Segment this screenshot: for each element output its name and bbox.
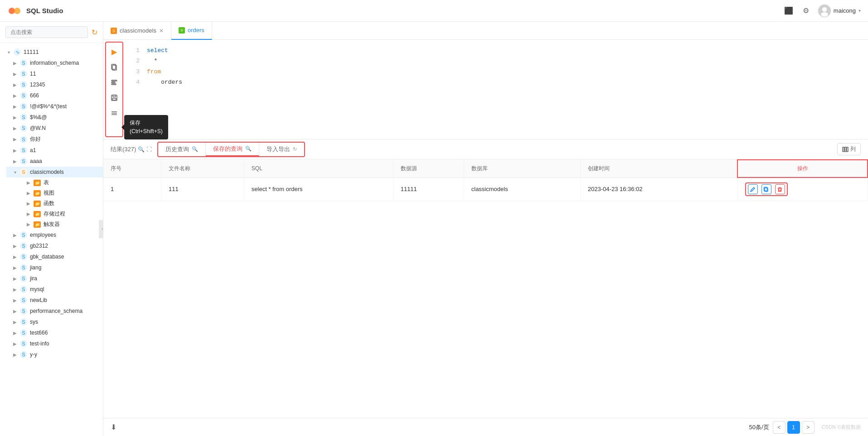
save-button[interactable] xyxy=(108,91,121,104)
db-icon: S xyxy=(20,158,27,165)
sidebar-item-aaaa[interactable]: ▶ S aaaa xyxy=(6,156,103,167)
sidebar-item-tables[interactable]: ▶ 📁 表 xyxy=(13,177,103,188)
db-list: ▶ S information_schema ▶ S 11 ▶ S 12345 … xyxy=(0,57,103,360)
db-icon: S xyxy=(20,351,27,358)
sidebar-item-procedures[interactable]: ▶ 📁 存储过程 xyxy=(13,209,103,219)
editor-toolbar: ▶ 保存 (Ctrl+Shift+S) xyxy=(105,42,123,137)
svg-rect-15 xyxy=(112,115,117,115)
edit-button[interactable] xyxy=(748,184,758,194)
cell-num: 1 xyxy=(103,177,161,201)
settings-icon[interactable]: ⚙ xyxy=(801,6,811,16)
db-label: jira xyxy=(30,275,37,282)
tab-import-export[interactable]: 导入导出 ↻ xyxy=(259,143,304,156)
tab-close-icon[interactable]: ✕ xyxy=(159,28,164,34)
import-export-icon[interactable]: ↻ xyxy=(293,146,297,152)
folder-icon: 📁 xyxy=(34,180,41,186)
sidebar-item-test-special[interactable]: ▶ S !@#$%^&*(test xyxy=(6,101,103,112)
results-table: 序号 文件名称 SQL 数据源 数据库 创建时间 操作 1 111 xyxy=(103,159,868,201)
result-expand-icon[interactable]: ⛶ xyxy=(146,146,152,153)
db-label: y-y xyxy=(30,351,37,358)
sidebar-item-12345[interactable]: ▶ S 12345 xyxy=(6,79,103,90)
db-label: gbk_database xyxy=(30,254,64,260)
tab-history-query[interactable]: 历史查询 🔍 xyxy=(158,143,206,156)
sidebar-item-triggers[interactable]: ▶ 📁 触发器 xyxy=(13,219,103,230)
sidebar-item-y-y[interactable]: ▶ S y-y xyxy=(6,349,103,360)
code-editor[interactable]: 1 select 2 * 3 from 4 orders xyxy=(123,40,868,139)
sidebar-item-jira[interactable]: ▶ S jira xyxy=(6,273,103,284)
search-input[interactable] xyxy=(5,26,88,38)
results-panel: 结果(327) 🔍 ⛶ 历史查询 🔍 保存的查询 🔍 导入导出 xyxy=(103,139,868,418)
sidebar-item-classicmodels[interactable]: ▾ S classicmodels xyxy=(6,167,103,177)
sidebar-item-special2[interactable]: ▶ S $%&@ xyxy=(6,112,103,123)
db-label: performance_schema xyxy=(30,308,82,314)
code-line-4: 4 orders xyxy=(131,77,861,87)
next-page-button[interactable]: > xyxy=(802,421,815,434)
sidebar-item-test-info[interactable]: ▶ S test-info xyxy=(6,338,103,349)
sidebar-item-information_schema[interactable]: ▶ S information_schema xyxy=(6,57,103,68)
copy-button[interactable] xyxy=(108,61,121,73)
sidebar-item-a1[interactable]: ▶ S a1 xyxy=(6,145,103,156)
sidebar-item-wn[interactable]: ▶ S @W.N xyxy=(6,123,103,134)
sidebar-item-11[interactable]: ▶ S 11 xyxy=(6,68,103,79)
db-label: 666 xyxy=(30,92,39,99)
cell-filename: 111 xyxy=(161,177,244,201)
history-search-icon[interactable]: 🔍 xyxy=(192,146,198,152)
db-label: aaaa xyxy=(30,158,42,164)
tab-orders[interactable]: ≡ orders xyxy=(171,22,212,40)
current-page-button[interactable]: 1 xyxy=(787,421,800,434)
sidebar-item-sys[interactable]: ▶ S sys xyxy=(6,316,103,327)
db-icon: S xyxy=(20,147,27,154)
root-icon: ∿ xyxy=(14,48,21,56)
download-icon[interactable]: ⬇ xyxy=(111,423,116,431)
code-token: from xyxy=(147,67,161,77)
db-icon: S xyxy=(20,81,27,88)
sidebar-item-performance_schema[interactable]: ▶ S performance_schema xyxy=(6,306,103,316)
watermark-label: CSDN ©表联数据 xyxy=(822,424,861,431)
sidebar-item-views[interactable]: ▶ 📁 视图 xyxy=(13,188,103,198)
svg-rect-13 xyxy=(112,111,117,112)
sidebar-item-nihao[interactable]: ▶ S 你好 xyxy=(6,134,103,145)
sidebar-item-jiang[interactable]: ▶ S jiang xyxy=(6,262,103,273)
cell-actions xyxy=(737,177,868,201)
prev-page-button[interactable]: < xyxy=(773,421,786,434)
sidebar-item-functions[interactable]: ▶ 📁 函数 xyxy=(13,198,103,209)
sidebar-item-666[interactable]: ▶ S 666 xyxy=(6,90,103,101)
run-button[interactable]: ▶ xyxy=(108,45,121,58)
toggle-icon: ▶ xyxy=(25,201,32,207)
format-button[interactable] xyxy=(108,76,121,89)
result-search-icon[interactable]: 🔍 xyxy=(138,146,145,153)
toggle-icon: ▶ xyxy=(12,136,18,143)
sidebar-item-gb2312[interactable]: ▶ S gb2312 xyxy=(6,240,103,251)
sidebar-item-gbk_database[interactable]: ▶ S gbk_database xyxy=(6,251,103,262)
result-count-label: 结果(327) xyxy=(111,145,136,153)
toggle-icon: ▶ xyxy=(12,125,18,131)
saved-search-icon[interactable]: 🔍 xyxy=(245,146,252,152)
table-header: 序号 文件名称 SQL 数据源 数据库 创建时间 操作 xyxy=(103,160,868,177)
svg-rect-18 xyxy=(847,147,848,152)
toggle-icon: ▾ xyxy=(12,169,18,175)
tab-classicmodels[interactable]: S classicmodels ✕ xyxy=(103,22,171,40)
user-chevron-icon: ▾ xyxy=(858,8,861,13)
col-header-datasource: 数据源 xyxy=(393,160,464,177)
toggle-icon: ▶ xyxy=(12,60,18,66)
screen-icon[interactable]: ⬛ xyxy=(784,6,794,16)
delete-button[interactable] xyxy=(775,184,785,194)
db-icon: S xyxy=(20,329,27,336)
sidebar-tree: ▾ ∿ 11111 ▶ S information_schema ▶ S 11 … xyxy=(0,43,103,436)
sidebar-collapse-button[interactable]: ‹ xyxy=(99,220,103,238)
toggle-icon: ▶ xyxy=(25,180,32,186)
more-button[interactable] xyxy=(108,107,121,120)
svg-point-3 xyxy=(822,7,827,12)
sidebar-item-mysql[interactable]: ▶ S mysql xyxy=(6,284,103,295)
column-select-button[interactable]: 列 xyxy=(837,143,861,155)
copy-record-button[interactable] xyxy=(761,184,771,194)
sidebar-item-employees[interactable]: ▶ S employees xyxy=(6,230,103,240)
avatar xyxy=(818,5,831,17)
tab-saved-query[interactable]: 保存的查询 🔍 xyxy=(206,143,259,156)
sidebar-item-newLib[interactable]: ▶ S newLib xyxy=(6,295,103,306)
user-area[interactable]: maicong ▾ xyxy=(818,5,861,17)
result-count-tab[interactable]: 结果(327) 🔍 ⛶ xyxy=(111,145,152,153)
refresh-icon[interactable]: ↻ xyxy=(92,28,97,37)
sidebar-root-node[interactable]: ▾ ∿ 11111 xyxy=(0,47,103,57)
sidebar-item-test666[interactable]: ▶ S test666 xyxy=(6,327,103,338)
